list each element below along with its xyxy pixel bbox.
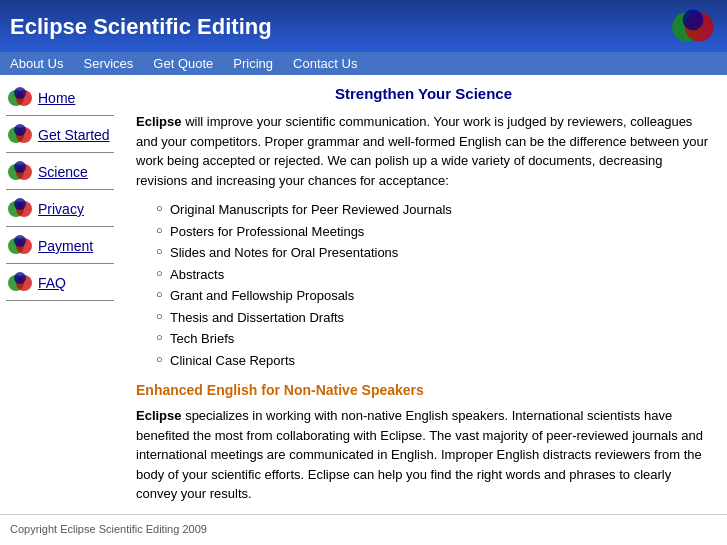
- services-list: Original Manuscripts for Peer Reviewed J…: [136, 200, 711, 370]
- sidebar-divider-privacy: [6, 226, 114, 227]
- section2-text: specializes in working with non-native E…: [136, 408, 703, 501]
- sidebar-icon-home: [6, 87, 34, 109]
- nav-services[interactable]: Services: [83, 56, 133, 71]
- sidebar-icon-science: [6, 161, 34, 183]
- site-title: Eclipse Scientific Editing: [10, 14, 272, 40]
- sidebar-item-science[interactable]: Science: [0, 157, 120, 187]
- sidebar-divider-payment: [6, 263, 114, 264]
- nav-get-quote[interactable]: Get Quote: [153, 56, 213, 71]
- svg-point-11: [14, 161, 26, 173]
- list-item: Grant and Fellowship Proposals: [156, 286, 711, 306]
- list-item: Original Manuscripts for Peer Reviewed J…: [156, 200, 711, 220]
- svg-point-8: [14, 124, 26, 136]
- main-heading: Strengthen Your Science: [136, 85, 711, 102]
- list-item: Clinical Case Reports: [156, 351, 711, 371]
- list-item: Abstracts: [156, 265, 711, 285]
- section2-title: Enhanced English for Non-Native Speakers: [136, 382, 711, 398]
- sidebar-label-payment: Payment: [38, 238, 93, 254]
- svg-point-14: [14, 198, 26, 210]
- svg-point-2: [683, 9, 704, 30]
- sidebar-label-privacy: Privacy: [38, 201, 84, 217]
- list-item: Posters for Professional Meetings: [156, 222, 711, 242]
- sidebar-item-get-started[interactable]: Get Started: [0, 120, 120, 150]
- svg-point-5: [14, 87, 26, 99]
- nav-contact-us[interactable]: Contact Us: [293, 56, 357, 71]
- sidebar-icon-get-started: [6, 124, 34, 146]
- sidebar-divider-science: [6, 189, 114, 190]
- sidebar-label-faq: FAQ: [38, 275, 66, 291]
- list-item: Slides and Notes for Oral Presentations: [156, 243, 711, 263]
- sidebar-icon-payment: [6, 235, 34, 257]
- sidebar-item-payment[interactable]: Payment: [0, 231, 120, 261]
- sidebar-icon-privacy: [6, 198, 34, 220]
- main-content: Strengthen Your Science Eclipse will imp…: [120, 75, 727, 514]
- header-logo: [669, 8, 717, 46]
- sidebar-divider-get-started: [6, 152, 114, 153]
- page-header: Eclipse Scientific Editing: [0, 0, 727, 52]
- sidebar-item-home[interactable]: Home: [0, 83, 120, 113]
- page-footer: Copyright Eclipse Scientific Editing 200…: [0, 514, 727, 543]
- sidebar-item-privacy[interactable]: Privacy: [0, 194, 120, 224]
- nav-pricing[interactable]: Pricing: [233, 56, 273, 71]
- main-layout: Home Get Started Science: [0, 75, 727, 514]
- sidebar-icon-faq: [6, 272, 34, 294]
- footer-text: Copyright Eclipse Scientific Editing 200…: [10, 523, 207, 535]
- intro-paragraph: Eclipse will improve your scientific com…: [136, 112, 711, 190]
- list-item: Thesis and Dissertation Drafts: [156, 308, 711, 328]
- section2-paragraph: Eclipse specializes in working with non-…: [136, 406, 711, 504]
- sidebar-divider-faq: [6, 300, 114, 301]
- navbar: About Us Services Get Quote Pricing Cont…: [0, 52, 727, 75]
- sidebar-label-home: Home: [38, 90, 75, 106]
- svg-point-20: [14, 272, 26, 284]
- sidebar-label-science: Science: [38, 164, 88, 180]
- svg-point-17: [14, 235, 26, 247]
- intro-text: will improve your scientific communicati…: [136, 114, 708, 188]
- sidebar: Home Get Started Science: [0, 75, 120, 514]
- list-item: Tech Briefs: [156, 329, 711, 349]
- sidebar-label-get-started: Get Started: [38, 127, 110, 143]
- nav-about-us[interactable]: About Us: [10, 56, 63, 71]
- sidebar-divider-home: [6, 115, 114, 116]
- section2-bold: Eclipse: [136, 408, 182, 423]
- intro-bold: Eclipse: [136, 114, 182, 129]
- sidebar-item-faq[interactable]: FAQ: [0, 268, 120, 298]
